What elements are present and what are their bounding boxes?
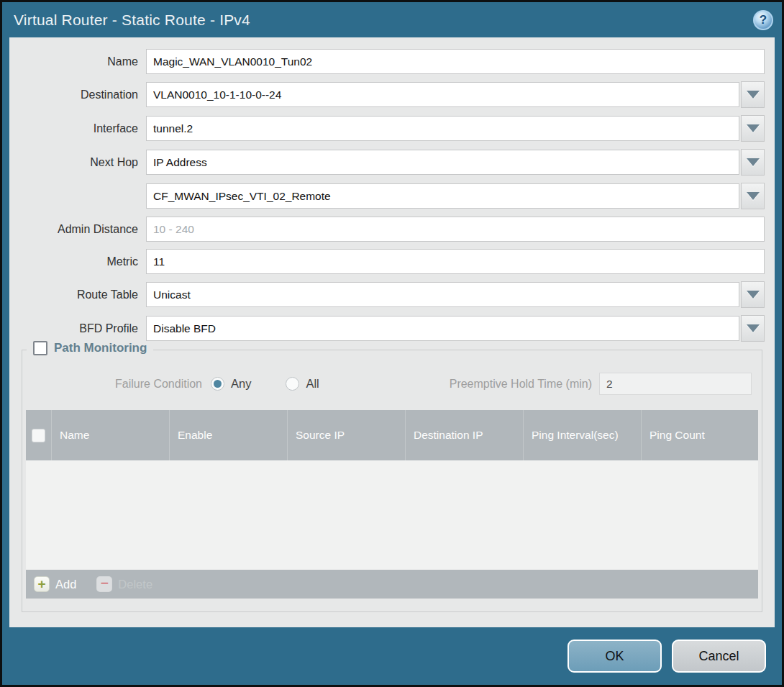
interface-label: Interface [9,122,146,135]
metric-input[interactable] [146,249,765,274]
next-hop-type-input[interactable] [146,150,739,175]
destination-label: Destination [9,88,146,101]
next-hop-type-dropdown-button[interactable] [741,149,765,176]
title-bar: Virtual Router - Static Route - IPv4 ? [2,2,782,37]
form-row-interface: Interface [9,115,775,142]
interface-input[interactable] [146,116,739,141]
select-all-checkbox[interactable] [32,429,45,442]
column-header-source-ip[interactable]: Source IP [288,410,406,460]
add-button-label: Add [55,578,76,591]
table-header-checkbox-cell [26,410,52,460]
name-input[interactable] [146,49,765,74]
interface-dropdown-button[interactable] [741,115,765,142]
column-header-destination-ip[interactable]: Destination IP [406,410,524,460]
name-label: Name [9,55,146,68]
delete-button[interactable]: − Delete [96,576,152,592]
bfd-profile-input[interactable] [146,316,739,341]
next-hop-label: Next Hop [9,156,146,169]
destination-dropdown-button[interactable] [741,81,765,108]
path-monitoring-section: Path Monitoring Failure Condition Any Al… [22,350,762,612]
chevron-down-icon [747,291,760,299]
chevron-down-icon [747,158,760,166]
chevron-down-icon [747,91,760,99]
table-body-empty [26,460,758,570]
add-plus-icon: + [34,576,50,592]
form-row-next-hop-address [9,183,775,209]
radio-all[interactable] [286,377,299,391]
preemptive-hold-time-label: Preemptive Hold Time (min) [319,378,599,391]
failure-condition-row: Failure Condition Any All Preemptive Hol… [22,373,762,395]
form-row-metric: Metric [9,249,775,274]
form-row-admin-distance: Admin Distance [9,217,775,242]
next-hop-address-dropdown-button[interactable] [741,183,765,209]
form-row-route-table: Route Table [9,281,775,308]
cancel-button[interactable]: Cancel [672,640,766,673]
dialog-title: Virtual Router - Static Route - IPv4 [14,12,250,29]
radio-any[interactable] [211,377,224,391]
ok-button[interactable]: OK [568,640,662,673]
radio-all-label: All [306,377,319,391]
add-button[interactable]: + Add [34,576,76,592]
path-monitoring-legend: Path Monitoring [27,341,153,355]
column-header-ping-count[interactable]: Ping Count [642,410,758,460]
table-toolbar: + Add − Delete [26,570,758,599]
form-row-bfd-profile: BFD Profile [9,315,775,342]
table-header-row: Name Enable Source IP Destination IP Pin… [26,410,758,460]
route-table-input[interactable] [146,282,739,307]
delete-minus-icon: − [96,576,112,592]
radio-selected-dot [214,380,222,388]
dialog-content: Name Destination Interface [9,37,775,627]
route-table-dropdown-button[interactable] [741,281,765,308]
dialog-frame: Virtual Router - Static Route - IPv4 ? N… [2,2,782,685]
column-header-enable[interactable]: Enable [170,410,288,460]
column-header-ping-interval[interactable]: Ping Interval(sec) [524,410,642,460]
help-icon[interactable]: ? [753,10,773,30]
failure-condition-radio-group: Any All [211,377,319,391]
preemptive-hold-time-input[interactable] [599,373,752,395]
path-monitoring-title: Path Monitoring [54,341,147,355]
column-header-name[interactable]: Name [52,410,170,460]
next-hop-address-input[interactable] [146,183,739,209]
delete-button-label: Delete [118,578,152,591]
admin-distance-label: Admin Distance [9,223,146,236]
metric-label: Metric [9,255,146,268]
failure-condition-label: Failure Condition [22,378,211,391]
route-table-label: Route Table [9,288,146,301]
form-row-next-hop: Next Hop [9,149,775,176]
bfd-profile-label: BFD Profile [9,322,146,335]
admin-distance-input[interactable] [146,217,765,242]
bfd-profile-dropdown-button[interactable] [741,315,765,342]
path-monitoring-table: Name Enable Source IP Destination IP Pin… [26,410,758,599]
chevron-down-icon [747,124,760,132]
chevron-down-icon [747,192,760,200]
dialog-virtual-router-static-route: Virtual Router - Static Route - IPv4 ? N… [0,0,784,687]
destination-input[interactable] [146,82,739,107]
radio-any-label: Any [231,377,251,391]
footer-bar: OK Cancel [2,627,782,685]
chevron-down-icon [747,324,760,332]
path-monitoring-checkbox[interactable] [33,341,47,355]
form-row-destination: Destination [9,81,775,108]
form-row-name: Name [9,49,775,74]
